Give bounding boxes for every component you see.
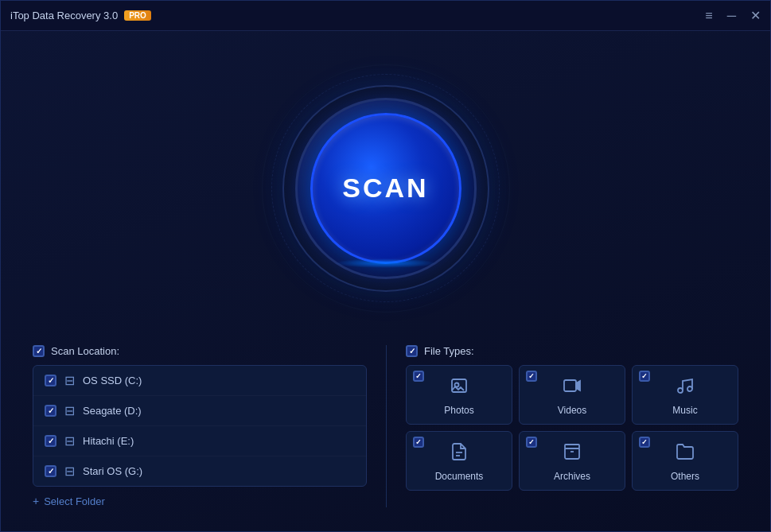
documents-label: Documents [435,471,484,482]
file-type-documents[interactable]: Documents [406,431,512,491]
scan-area: SCAN [33,31,738,345]
archives-label: Archives [554,471,590,482]
titlebar: iTop Data Recovery 3.0 PRO ≡ ─ ✕ [1,1,770,31]
file-type-photos[interactable]: Photos [406,365,512,425]
photos-label: Photos [444,405,473,416]
drive-icon-c: ⊟ [64,373,75,388]
location-item-c[interactable]: ⊟ OS SSD (C:) [33,366,366,396]
file-types-grid: Photos Videos [406,365,738,491]
close-button[interactable]: ✕ [750,10,761,22]
drive-icon-e: ⊟ [64,433,75,449]
file-types-label: File Types: [424,345,474,357]
file-types-checkbox[interactable] [406,345,418,357]
scan-location-header: Scan Location: [33,345,367,357]
file-type-videos[interactable]: Videos [519,365,625,425]
music-icon [676,376,695,400]
file-type-others[interactable]: Others [632,431,738,491]
app-title: iTop Data Recovery 3.0 [10,10,118,21]
scan-mid-ring: SCAN [295,98,477,279]
svg-point-4 [687,386,692,391]
menu-button[interactable]: ≡ [705,10,712,22]
app-window: iTop Data Recovery 3.0 PRO ≡ ─ ✕ SCAN [0,0,771,532]
music-label: Music [672,405,697,416]
svg-rect-2 [564,380,576,391]
photos-checkbox[interactable] [413,371,424,382]
file-type-music[interactable]: Music [632,365,738,425]
archives-checkbox[interactable] [526,437,537,448]
others-checkbox[interactable] [639,437,650,448]
titlebar-left: iTop Data Recovery 3.0 PRO [10,10,151,21]
drive-icon-d: ⊟ [64,403,75,418]
scan-outer-ring: SCAN [282,85,489,292]
others-icon [676,442,695,466]
documents-icon [450,442,469,466]
drive-icon-g: ⊟ [64,464,75,479]
bottom-panel: Scan Location: ⊟ OS SSD (C:) ⊟ Seagate (… [33,345,738,507]
archives-icon [563,442,582,466]
documents-checkbox[interactable] [413,437,424,448]
videos-label: Videos [558,405,586,416]
videos-checkbox[interactable] [526,371,537,382]
plus-icon: + [33,495,39,507]
photos-icon [450,376,469,400]
main-content: SCAN Scan Location: ⊟ OS [1,31,770,531]
location-e-name: Hitachi (E:) [83,435,134,447]
select-folder-button[interactable]: + Select Folder [33,495,367,507]
location-c-checkbox[interactable] [45,375,56,386]
minimize-button[interactable]: ─ [727,10,736,22]
location-item-e[interactable]: ⊟ Hitachi (E:) [33,426,366,456]
panel-divider [386,345,387,507]
location-item-d[interactable]: ⊟ Seagate (D:) [33,396,366,426]
scan-button[interactable]: SCAN [310,113,461,264]
pro-badge: PRO [124,10,151,21]
svg-rect-7 [565,445,579,449]
location-list: ⊟ OS SSD (C:) ⊟ Seagate (D:) ⊟ Hitachi (… [33,365,367,487]
others-label: Others [671,471,699,482]
scan-location-panel: Scan Location: ⊟ OS SSD (C:) ⊟ Seagate (… [33,345,367,507]
location-d-checkbox[interactable] [45,405,56,417]
location-item-g[interactable]: ⊟ Stari OS (G:) [33,456,366,486]
music-checkbox[interactable] [639,371,650,382]
location-c-name: OS SSD (C:) [83,375,142,386]
file-type-archives[interactable]: Archives [519,431,625,491]
scan-location-label: Scan Location: [51,345,119,357]
videos-icon [563,376,582,400]
scan-location-checkbox[interactable] [33,345,45,357]
location-list-wrapper: ⊟ OS SSD (C:) ⊟ Seagate (D:) ⊟ Hitachi (… [33,365,367,487]
select-folder-label: Select Folder [44,495,105,507]
location-g-name: Stari OS (G:) [83,465,142,477]
scan-button-label: SCAN [342,173,428,204]
location-d-name: Seagate (D:) [83,405,142,417]
file-types-panel: File Types: Photos [406,345,738,507]
titlebar-controls: ≡ ─ ✕ [705,10,761,22]
location-e-checkbox[interactable] [45,435,56,447]
svg-point-3 [678,388,683,393]
location-g-checkbox[interactable] [45,465,56,477]
file-types-header: File Types: [406,345,738,357]
